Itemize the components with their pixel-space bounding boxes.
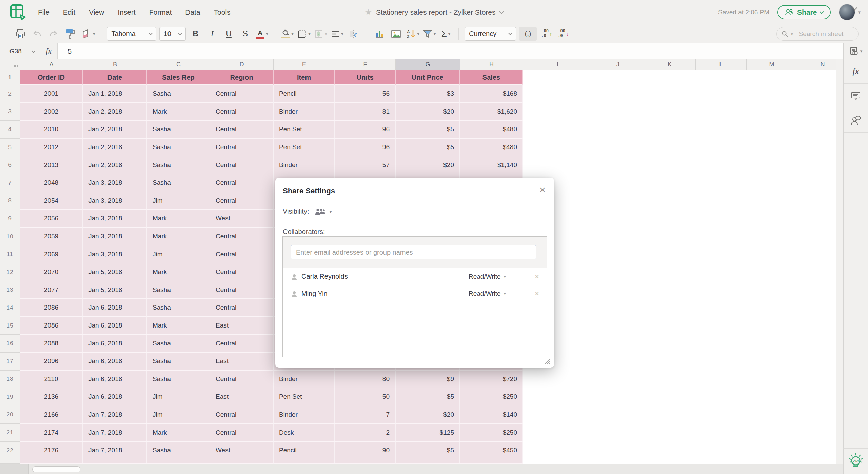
borders-button[interactable]: ▾: [297, 27, 311, 41]
header-cell-region[interactable]: Region: [210, 70, 274, 85]
dialog-close-button[interactable]: ×: [540, 185, 545, 195]
row-header-23[interactable]: [0, 459, 20, 463]
sort-button[interactable]: A Z ▾: [406, 27, 420, 41]
visibility-dropdown[interactable]: ▾: [314, 208, 332, 215]
cell[interactable]: 2077: [20, 281, 83, 299]
cell[interactable]: Desk: [274, 424, 335, 442]
cell[interactable]: Central: [210, 245, 274, 263]
filter-button[interactable]: ▾: [422, 27, 436, 41]
cell[interactable]: 2086: [20, 299, 83, 317]
row-header-12[interactable]: 12: [0, 263, 20, 281]
cell[interactable]: 2110: [20, 371, 83, 389]
row-header-5[interactable]: 5: [0, 139, 20, 157]
cell[interactable]: 2: [335, 424, 396, 442]
cell[interactable]: Sasha: [147, 353, 210, 371]
cell[interactable]: Central: [210, 281, 274, 299]
cell[interactable]: [147, 459, 210, 463]
cell-name-box[interactable]: G38: [0, 43, 40, 59]
cell[interactable]: Sasha: [147, 85, 210, 103]
merge-cells-button[interactable]: a ▾: [314, 27, 328, 41]
fill-color-button[interactable]: ▾: [281, 27, 294, 41]
cell[interactable]: $250: [460, 424, 523, 442]
row-header-15[interactable]: 15: [0, 317, 20, 335]
cell[interactable]: Sasha: [147, 335, 210, 353]
share-button[interactable]: Share: [777, 5, 831, 19]
menu-item-edit[interactable]: Edit: [63, 8, 75, 16]
comma-format-button[interactable]: (,): [519, 27, 537, 41]
row-header-18[interactable]: 18: [0, 371, 20, 389]
cell[interactable]: $480: [460, 121, 523, 139]
cell[interactable]: $250: [460, 388, 523, 406]
font-family-select[interactable]: Tahoma: [107, 27, 156, 41]
cell[interactable]: 2048: [20, 174, 83, 192]
cell[interactable]: Binder: [274, 103, 335, 121]
row-header-20[interactable]: 20: [0, 406, 20, 424]
cell[interactable]: Jan 6, 2018: [83, 388, 147, 406]
formula-input[interactable]: 5: [58, 43, 843, 59]
functions-panel-button[interactable]: fx: [844, 59, 868, 84]
cell[interactable]: Sasha: [147, 139, 210, 157]
header-cell-sales[interactable]: Sales: [460, 70, 523, 85]
cell[interactable]: Jim: [147, 388, 210, 406]
cell[interactable]: Central: [210, 424, 274, 442]
cell[interactable]: Mark: [147, 210, 210, 228]
cell[interactable]: $168: [460, 85, 523, 103]
bold-button[interactable]: B: [189, 27, 202, 41]
row-header-2[interactable]: 2: [0, 85, 20, 103]
cell[interactable]: Jan 7, 2018: [83, 424, 147, 442]
print-button[interactable]: [14, 27, 27, 41]
cell[interactable]: [396, 459, 460, 463]
column-header-A[interactable]: A: [20, 59, 83, 70]
cell[interactable]: Sasha: [147, 156, 210, 174]
cell[interactable]: $140: [460, 406, 523, 424]
cell[interactable]: Pen Set: [274, 139, 335, 157]
row-header-19[interactable]: 19: [0, 388, 20, 406]
cell[interactable]: Pencil: [274, 85, 335, 103]
cell[interactable]: 2056: [20, 210, 83, 228]
insert-chart-button[interactable]: [373, 27, 386, 41]
search-scope-caret-icon[interactable]: ▾: [791, 32, 793, 36]
format-painter-button[interactable]: [63, 27, 77, 41]
cell[interactable]: 56: [335, 85, 396, 103]
cell[interactable]: West: [210, 210, 274, 228]
cell[interactable]: Pen Set: [274, 121, 335, 139]
cell[interactable]: Jan 5, 2018: [83, 263, 147, 281]
sheet-view-button[interactable]: ▾: [844, 43, 868, 59]
cell[interactable]: Central: [210, 156, 274, 174]
cell[interactable]: Sasha: [147, 442, 210, 460]
header-cell-order-id[interactable]: Order ID: [20, 70, 83, 85]
cell[interactable]: $5: [396, 442, 460, 460]
cell[interactable]: $5: [396, 388, 460, 406]
cell[interactable]: Sasha: [147, 281, 210, 299]
title-chevron-icon[interactable]: [499, 8, 504, 14]
menu-item-file[interactable]: File: [38, 8, 50, 16]
cell[interactable]: $20: [396, 406, 460, 424]
cell[interactable]: 2010: [20, 121, 83, 139]
permission-dropdown[interactable]: Read/Write▾: [469, 273, 506, 280]
column-header-I[interactable]: I: [523, 59, 592, 70]
wrap-text-button[interactable]: [347, 27, 361, 41]
cell[interactable]: [274, 459, 335, 463]
italic-button[interactable]: I: [205, 27, 219, 41]
comments-panel-button[interactable]: [844, 84, 868, 108]
cell[interactable]: Sasha: [147, 174, 210, 192]
font-color-button[interactable]: A ▾: [255, 27, 269, 41]
row-header-21[interactable]: 21: [0, 424, 20, 442]
zia-assistant-button[interactable]: Zia: [843, 448, 868, 474]
redo-button[interactable]: [47, 27, 60, 41]
row-header-22[interactable]: 22: [0, 442, 20, 460]
cell[interactable]: [210, 459, 274, 463]
vertical-scrollbar[interactable]: [836, 59, 843, 464]
favorite-star-icon[interactable]: ★: [365, 7, 372, 17]
cell[interactable]: 2002: [20, 103, 83, 121]
cell[interactable]: $3: [396, 85, 460, 103]
decrease-decimal-button[interactable]: .00.0↓: [556, 27, 570, 41]
cell[interactable]: $480: [460, 139, 523, 157]
cell[interactable]: 2136: [20, 388, 83, 406]
font-size-select[interactable]: 10: [159, 27, 186, 41]
alignment-button[interactable]: ▾: [331, 27, 344, 41]
row-header-3[interactable]: 3: [0, 103, 20, 121]
cell[interactable]: Sasha: [147, 121, 210, 139]
sheet-tab-stub[interactable]: [0, 464, 29, 474]
cell[interactable]: Jan 7, 2018: [83, 442, 147, 460]
